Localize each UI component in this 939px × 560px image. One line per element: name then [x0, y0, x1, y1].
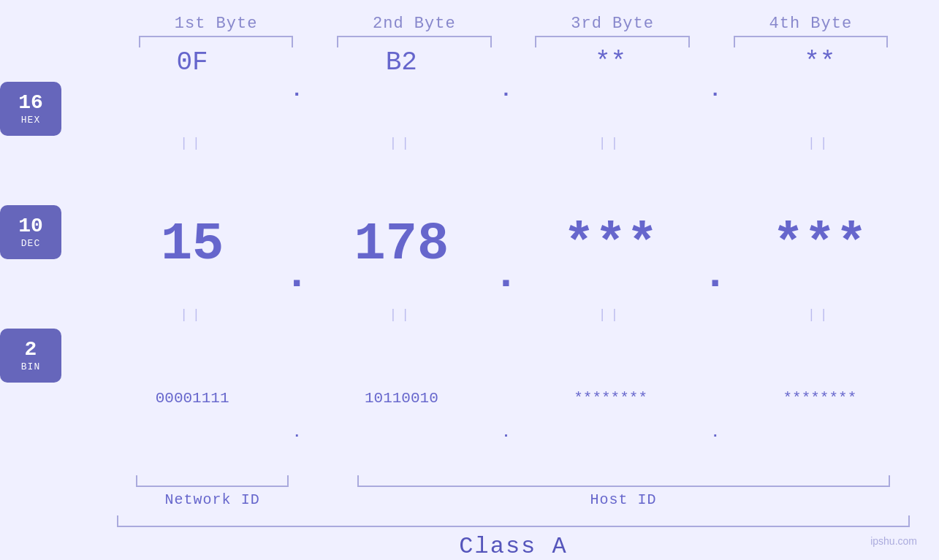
sep2-b4: ||	[730, 304, 910, 390]
watermark: ipshu.com	[870, 535, 917, 547]
sep2-b2: ||	[311, 304, 491, 390]
sep-row-1: || || || ||	[102, 133, 910, 218]
bin-badge: 2 BIN	[0, 329, 61, 383]
top-brackets	[0, 36, 939, 47]
dec-dot2: .	[492, 218, 521, 304]
id-labels: Network ID Host ID	[117, 491, 910, 508]
dec-badge: 10 DEC	[0, 205, 61, 259]
bin-b1: 00001111	[102, 390, 282, 475]
main-container: 1st Byte 2nd Byte 3rd Byte 4th Byte 16 H…	[0, 0, 939, 560]
dec-b3: ***	[521, 218, 701, 304]
hex-dot3: .	[701, 47, 730, 133]
top-bracket-2	[315, 36, 513, 47]
byte4-header: 4th Byte	[712, 15, 910, 33]
sep2-d2	[492, 304, 521, 390]
dec-b1: 15	[102, 218, 282, 304]
hex-b1: 0F	[102, 47, 282, 133]
dec-b2: 178	[311, 218, 491, 304]
sep1-b3: ||	[521, 133, 701, 218]
bin-number: 2	[25, 339, 37, 361]
hex-b3: **	[521, 47, 701, 133]
sep1-d1	[282, 133, 311, 218]
main-layout: 16 HEX 10 DEC 2 BIN 0F . B2 . ** . **	[0, 47, 939, 475]
byte3-header: 3rd Byte	[514, 15, 712, 33]
dec-label: DEC	[21, 238, 40, 249]
class-bracket-section: Class A	[117, 515, 910, 560]
top-bracket-1	[117, 36, 315, 47]
sep1-d3	[701, 133, 730, 218]
bin-b2: 10110010	[311, 390, 491, 475]
dec-dot1: .	[282, 218, 311, 304]
dec-dot3: .	[701, 218, 730, 304]
hex-dot2: .	[492, 47, 521, 133]
sep1-b4: ||	[730, 133, 910, 218]
dec-row: 15 . 178 . *** . ***	[102, 218, 910, 304]
sep-row-2: || || || ||	[102, 304, 910, 390]
hex-number: 16	[18, 92, 43, 115]
hex-label: HEX	[21, 115, 40, 126]
hex-b4: **	[730, 47, 910, 133]
hex-row: 0F . B2 . ** . **	[102, 47, 910, 133]
hostid-bracket	[357, 475, 890, 487]
hostid-bracket-wrap	[337, 475, 910, 487]
bin-b3: ********	[521, 390, 701, 475]
sep2-b1: ||	[102, 304, 282, 390]
data-grid: 0F . B2 . ** . ** || || || || 15	[102, 47, 910, 475]
bottom-section: Network ID Host ID Class A	[0, 475, 939, 560]
byte2-header: 2nd Byte	[315, 15, 513, 33]
dec-b4: ***	[730, 218, 910, 304]
host-id-label: Host ID	[337, 491, 910, 508]
byte1-header: 1st Byte	[117, 15, 315, 33]
bin-dot2: .	[492, 390, 521, 475]
bin-row: 00001111 . 10110010 . ******** . *******…	[102, 390, 910, 475]
top-bracket-4	[712, 36, 910, 47]
hex-badge: 16 HEX	[0, 82, 61, 136]
hex-b2: B2	[311, 47, 491, 133]
sep1-b2: ||	[311, 133, 491, 218]
bin-b4: ********	[730, 390, 910, 475]
netid-bracket	[136, 475, 289, 487]
byte-headers: 1st Byte 2nd Byte 3rd Byte 4th Byte	[0, 0, 939, 33]
sep2-d3	[701, 304, 730, 390]
top-bracket-3	[514, 36, 712, 47]
sep2-d1	[282, 304, 311, 390]
bin-dot3: .	[701, 390, 730, 475]
sep1-b1: ||	[102, 133, 282, 218]
bin-label: BIN	[21, 361, 40, 372]
hex-dot1: .	[282, 47, 311, 133]
network-id-label: Network ID	[117, 491, 308, 508]
sep1-d2	[492, 133, 521, 218]
class-bracket	[117, 515, 910, 527]
sep2-b3: ||	[521, 304, 701, 390]
label-column: 16 HEX 10 DEC 2 BIN	[0, 47, 102, 475]
bottom-brackets	[117, 475, 910, 487]
class-label: Class A	[117, 533, 910, 560]
dec-number: 10	[18, 215, 43, 238]
netid-bracket-wrap	[117, 475, 308, 487]
bin-dot1: .	[282, 390, 311, 475]
